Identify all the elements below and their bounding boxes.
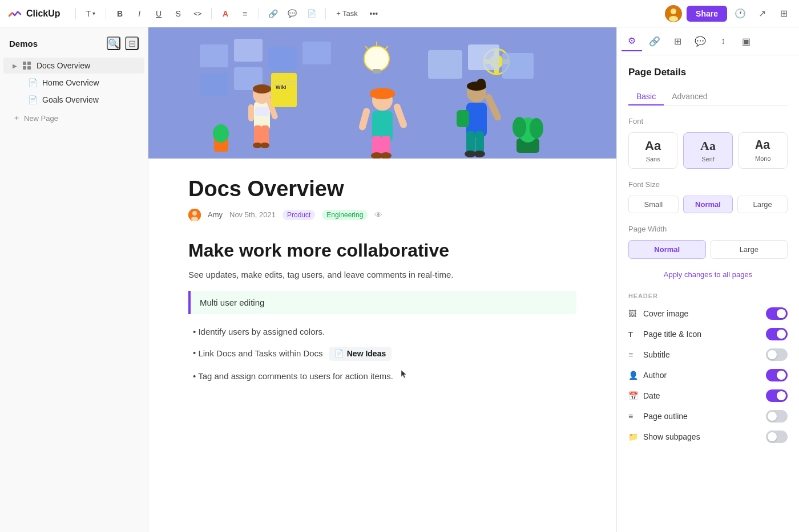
page-title-toggle[interactable] — [766, 328, 788, 340]
sidebar-item-goals-overview[interactable]: 📄 Goals Overview — [3, 92, 144, 108]
sidebar-item-docs-overview[interactable]: ▶ Docs Overview — [3, 58, 144, 74]
inline-doc-ref-label: New Ideas — [347, 348, 386, 360]
doc-title: Docs Overview — [188, 177, 576, 202]
svg-point-2 — [669, 16, 678, 22]
sidebar-collapse-button[interactable]: ⊟ — [125, 36, 139, 50]
sidebar-header: Demos 🔍 ⊟ — [0, 34, 148, 57]
apply-all-pages-link[interactable]: Apply changes to all pages — [628, 270, 788, 279]
sidebar-header-icons: 🔍 ⊟ — [107, 36, 139, 50]
bullet-item-3: Tag and assign comments to users for act… — [188, 369, 576, 383]
logo-text: ClickUp — [26, 9, 60, 19]
clickup-logo-icon — [7, 6, 23, 22]
color-button[interactable]: A — [217, 6, 233, 22]
page-width-options: Normal Large — [628, 240, 788, 259]
home-overview-icon: 📄 — [27, 78, 38, 87]
author-label: Author — [643, 371, 667, 380]
add-task-button[interactable]: + Task — [332, 6, 362, 22]
font-serif[interactable]: Aa Serif — [683, 132, 732, 169]
panel-grid-tab[interactable]: ⊞ — [667, 31, 688, 51]
layout-button[interactable]: ⊞ — [775, 5, 792, 22]
svg-rect-60 — [468, 44, 499, 70]
font-mono[interactable]: Aa Mono — [739, 132, 788, 169]
cursor-icon — [400, 369, 408, 379]
bold-button[interactable]: B — [112, 6, 128, 22]
show-subpages-toggle[interactable] — [766, 431, 788, 443]
svg-point-28 — [364, 46, 389, 71]
underline-button[interactable]: U — [151, 6, 167, 22]
bullet-item-1: Identify users by assigned colors. — [188, 326, 576, 339]
font-sans[interactable]: Aa Sans — [628, 132, 677, 169]
toolbar-divider-5 — [325, 8, 326, 19]
tag-product[interactable]: Product — [283, 210, 315, 220]
size-normal[interactable]: Normal — [683, 196, 733, 213]
font-mono-aa: Aa — [756, 139, 770, 153]
tag-engineering[interactable]: Engineering — [322, 210, 368, 220]
tab-advanced[interactable]: Advanced — [664, 88, 715, 105]
date-icon: 📅 — [628, 391, 639, 400]
panel-layout-tab[interactable]: ▣ — [736, 31, 756, 51]
svg-point-1 — [671, 9, 676, 14]
svg-rect-8 — [200, 44, 228, 67]
italic-button[interactable]: I — [131, 6, 147, 22]
cover-illustration: Wiki — [148, 27, 616, 159]
svg-rect-18 — [261, 125, 269, 145]
doc-link-button[interactable]: 📄 — [304, 6, 320, 22]
history-button[interactable]: 🕐 — [732, 5, 749, 22]
panel-link-tab[interactable]: 🔗 — [644, 31, 665, 51]
font-options: Aa Sans Aa Serif Aa Mono — [628, 132, 788, 169]
sidebar-search-button[interactable]: 🔍 — [107, 36, 120, 50]
page-outline-toggle[interactable] — [766, 410, 788, 423]
page-title-label: Page title & Icon — [643, 330, 701, 339]
cover-image-toggle[interactable] — [766, 307, 788, 320]
panel-comment-tab[interactable]: 💬 — [690, 31, 711, 51]
date-label: Date — [643, 391, 660, 400]
add-new-page-button[interactable]: ＋ New Page — [3, 109, 144, 127]
header-section-label: HEADER — [628, 293, 788, 299]
author-toggle[interactable] — [766, 369, 788, 381]
panel-sort-tab[interactable]: ↕ — [713, 31, 733, 51]
svg-rect-12 — [200, 73, 228, 96]
page-outline-icon: ≡ — [628, 412, 639, 421]
comment-button[interactable]: 💬 — [284, 6, 300, 22]
inline-doc-ref[interactable]: 📄 New Ideas — [329, 347, 392, 361]
strikethrough-button[interactable]: S — [170, 6, 186, 22]
size-large[interactable]: Large — [737, 196, 788, 213]
tab-basic[interactable]: Basic — [628, 88, 664, 105]
svg-point-66 — [530, 118, 543, 139]
width-normal[interactable]: Normal — [628, 240, 706, 259]
panel-settings-tab[interactable]: ⚙ — [622, 31, 642, 51]
toggle-page-outline: ≡ Page outline — [628, 410, 788, 423]
svg-rect-9 — [234, 39, 263, 62]
svg-rect-58 — [457, 110, 469, 127]
share-button[interactable]: Share — [687, 6, 727, 22]
svg-rect-6 — [27, 66, 31, 70]
page-title-icon: T — [628, 330, 639, 339]
sidebar-item-home-overview[interactable]: 📄 Home Overview — [3, 75, 144, 91]
svg-point-71 — [191, 217, 198, 221]
text-format-dropdown[interactable]: T ▾ — [82, 6, 100, 22]
plus-icon: ＋ — [13, 113, 21, 123]
toggle-date: 📅 Date — [628, 389, 788, 402]
code-button[interactable]: <> — [189, 6, 205, 22]
toolbar-divider-4 — [259, 8, 259, 19]
align-button[interactable]: ≡ — [237, 6, 253, 22]
svg-rect-26 — [248, 104, 254, 121]
subtitle-toggle[interactable] — [766, 348, 788, 361]
date-toggle[interactable] — [766, 389, 788, 402]
font-serif-aa: Aa — [700, 139, 716, 153]
size-small[interactable]: Small — [628, 196, 679, 213]
svg-rect-3 — [23, 62, 26, 65]
svg-rect-10 — [268, 47, 297, 70]
svg-text:Wiki: Wiki — [276, 84, 286, 90]
more-button[interactable]: ••• — [366, 6, 382, 22]
font-mono-label: Mono — [755, 155, 771, 162]
sidebar-item-label-docs-overview: Docs Overview — [37, 61, 135, 70]
main-area: Demos 🔍 ⊟ ▶ Docs Overview 📄 H — [0, 27, 799, 532]
export-button[interactable]: ↗ — [753, 5, 770, 22]
svg-point-65 — [513, 117, 526, 137]
link-button[interactable]: 🔗 — [265, 6, 281, 22]
goals-overview-icon: 📄 — [27, 95, 38, 104]
width-large[interactable]: Large — [711, 240, 788, 259]
cover-image-label: Cover image — [643, 309, 688, 318]
sidebar-item-label-home-overview: Home Overview — [42, 78, 135, 87]
